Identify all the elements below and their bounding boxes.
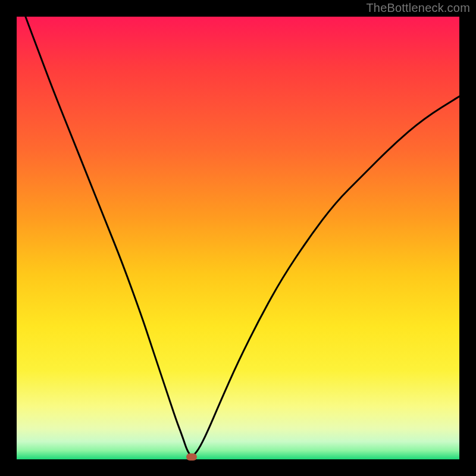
minimum-marker <box>186 453 197 461</box>
chart-frame: TheBottleneck.com <box>0 0 476 476</box>
watermark-text: TheBottleneck.com <box>366 1 470 15</box>
plot-area <box>17 17 459 459</box>
bottleneck-curve <box>17 17 459 459</box>
